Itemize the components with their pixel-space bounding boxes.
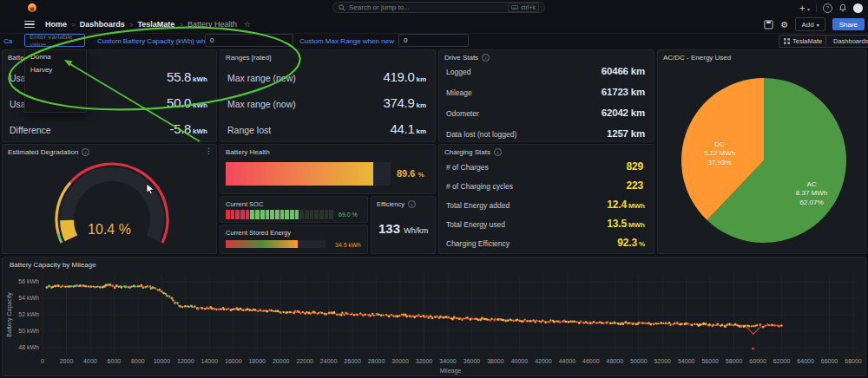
search-icon — [339, 4, 345, 11]
svg-text:56 kWh: 56 kWh — [18, 278, 39, 284]
panel-stored-energy: Current Stored Energy 34.5 kWh — [220, 225, 368, 254]
svg-text:40000: 40000 — [511, 358, 529, 364]
svg-text:18000: 18000 — [248, 358, 266, 364]
stat-row: Total Energy added 12.4MWh — [446, 196, 645, 212]
stat-row: Range lost 44.1km — [227, 121, 426, 137]
panel-charging-stats: Charging Stats i # of Charges 829 # of C… — [438, 144, 654, 254]
save-dashboard-icon[interactable] — [764, 20, 773, 29]
panel-title[interactable]: Battery Health — [226, 148, 270, 156]
svg-text:34000: 34000 — [439, 358, 457, 364]
chevron-down-icon: ▾ — [817, 22, 819, 28]
svg-text:56000: 56000 — [701, 358, 719, 364]
teslamate-link-button[interactable]: TeslaMate — [779, 35, 827, 48]
soc-segment-bar[interactable] — [226, 210, 333, 219]
panel-title[interactable]: Charging Stats i — [444, 148, 502, 156]
efficiency-value: 133 Wh/km — [378, 221, 428, 236]
stat-row: Logged60466 km — [446, 66, 645, 76]
variable-dropdown: Donna Harvey — [24, 49, 87, 113]
variable-max-range-input[interactable]: 0 — [398, 34, 469, 47]
panel-title[interactable]: Drive Stats i — [444, 54, 490, 62]
svg-text:6000: 6000 — [108, 358, 122, 364]
grafana-dashboard: Search or jump to... ctrl+k + ▾ ? — [0, 0, 868, 378]
pie-slice-label-ac: AC 8.37 MWh 62.07% — [781, 180, 842, 207]
breadcrumb-dashboards[interactable]: Dashboards — [80, 20, 125, 29]
svg-text:8000: 8000 — [131, 358, 145, 364]
variable-car-label: Ca — [3, 37, 12, 45]
menu-toggle[interactable] — [24, 21, 35, 29]
dropdown-option-donna[interactable]: Donna — [25, 50, 86, 63]
panel-title[interactable]: Batte — [8, 54, 24, 62]
svg-text:32000: 32000 — [416, 358, 433, 364]
chevron-down-icon: ▾ — [807, 7, 810, 12]
svg-text:46000: 46000 — [582, 358, 600, 364]
variables-row: Ca Enter variable value Custom Battery C… — [0, 33, 868, 49]
panel-title[interactable]: Ranges [rated] — [226, 54, 271, 62]
stat-row: Difference -5.8kWh — [10, 121, 207, 137]
stat-row: Max range (new) 419.0km — [227, 69, 426, 85]
breadcrumb-separator: > — [179, 21, 183, 29]
degradation-gauge[interactable] — [3, 145, 218, 255]
svg-text:66000: 66000 — [821, 358, 838, 364]
svg-text:16000: 16000 — [225, 358, 242, 364]
svg-text:2000: 2000 — [60, 358, 74, 364]
capacity-mileage-chart[interactable]: 0200040006000800010000120001400016000180… — [3, 257, 867, 377]
new-button[interactable]: + ▾ — [799, 3, 810, 13]
user-avatar[interactable] — [853, 3, 863, 13]
apps-grid-icon — [784, 38, 790, 44]
svg-text:54 kWh: 54 kWh — [18, 295, 39, 301]
svg-text:48000: 48000 — [607, 358, 624, 364]
nav-bar: Home > Dashboards > TeslaMate > Battery … — [0, 16, 868, 34]
svg-text:50 kWh: 50 kWh — [18, 328, 39, 334]
notifications-icon[interactable] — [838, 3, 847, 12]
svg-text:68000: 68000 — [845, 358, 862, 364]
svg-text:28000: 28000 — [368, 358, 385, 364]
dropdown-option-harvey[interactable]: Harvey — [25, 63, 86, 76]
breadcrumb-home[interactable]: Home — [45, 20, 67, 29]
svg-text:12000: 12000 — [177, 358, 194, 364]
info-icon[interactable]: i — [482, 54, 490, 62]
info-icon[interactable]: i — [408, 200, 416, 208]
grafana-logo-icon[interactable] — [27, 3, 37, 13]
stat-row: # of Charging cycles 223 — [446, 177, 645, 192]
panel-ranges: Ranges [rated] Max range (new) 419.0km M… — [220, 49, 436, 142]
panel-battery-health: Battery Health 89.6 % — [220, 144, 436, 194]
svg-text:4000: 4000 — [83, 358, 97, 364]
info-icon[interactable]: i — [494, 148, 502, 156]
svg-text:Mileage: Mileage — [440, 368, 462, 375]
svg-text:0: 0 — [41, 358, 44, 364]
share-button[interactable]: Share — [832, 18, 865, 30]
help-button[interactable]: ? — [823, 3, 832, 13]
panel-current-soc: Current SOC 69.0 % — [220, 196, 368, 223]
panel-title[interactable]: Efficiency i — [377, 200, 416, 208]
svg-text:62000: 62000 — [773, 358, 791, 364]
dashboards-link-button[interactable]: Dashboards — [825, 35, 868, 48]
panel-acdc-energy: AC/DC - Energy Used DC 5.12 MWh 37.93% A… — [657, 49, 866, 254]
svg-text:48 kWh: 48 kWh — [18, 344, 39, 350]
breadcrumb-separator: > — [129, 21, 134, 29]
panel-title[interactable]: Current Stored Energy — [226, 229, 291, 237]
svg-text:36000: 36000 — [464, 358, 481, 364]
svg-text:10000: 10000 — [154, 358, 171, 364]
favorite-star-icon[interactable]: ☆ — [244, 20, 251, 29]
settings-gear-icon[interactable]: ⚙ — [780, 20, 788, 29]
svg-text:26000: 26000 — [344, 358, 361, 364]
breadcrumb: Home > Dashboards > TeslaMate > Battery … — [45, 20, 251, 29]
global-search[interactable]: Search or jump to... ctrl+k — [332, 2, 545, 13]
variable-max-range-label: Custom Max Range when new — [299, 37, 394, 45]
battery-health-bar[interactable] — [226, 162, 391, 186]
stat-row: Odometer62042 km — [446, 108, 645, 118]
variable-car-input[interactable]: Enter variable value — [24, 34, 85, 47]
stat-row: Mileage61723 km — [446, 87, 645, 97]
panel-title[interactable]: Current SOC — [226, 200, 263, 208]
svg-text:64000: 64000 — [797, 358, 814, 364]
variable-battery-capacity-input[interactable]: 0 — [205, 34, 293, 47]
breadcrumb-teslamate[interactable]: TeslaMate — [137, 20, 174, 29]
gauge-value: 10.4 % — [3, 222, 216, 238]
svg-text:Battery Capacity: Battery Capacity — [6, 292, 13, 337]
add-button[interactable]: Add ▾ — [795, 17, 825, 31]
stored-energy-value: 34.5 kWh — [335, 242, 361, 248]
panel-drive-stats: Drive Stats i Logged60466 km Mileage6172… — [438, 49, 654, 142]
pie-slice-label-dc: DC 5.12 MWh 37.93% — [689, 140, 750, 167]
stored-energy-bar[interactable] — [226, 240, 326, 248]
svg-text:54000: 54000 — [678, 358, 695, 364]
